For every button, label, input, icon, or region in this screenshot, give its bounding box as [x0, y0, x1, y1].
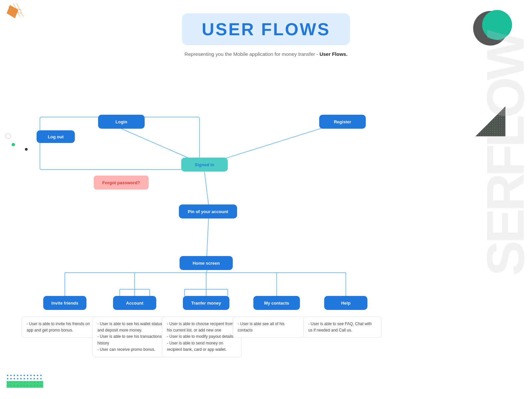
deco-diamond: [3, 3, 27, 27]
forgot-password-node: Forgot password?: [94, 176, 149, 190]
account-info-box: - User is able to see his wallet status …: [92, 317, 172, 357]
register-node: Register: [319, 115, 366, 129]
home-node: Home screen: [180, 256, 233, 270]
svg-line-18: [207, 218, 208, 256]
my-contacts-node: My contacts: [253, 296, 300, 310]
flow-diagram: Login Register Log out Signed in Forgot …: [0, 53, 532, 399]
logout-node: Log out: [37, 130, 75, 143]
connectors-svg: [0, 53, 532, 399]
help-info-box: - User is able to see FAQ, Chat with us …: [303, 317, 381, 338]
help-node: Help: [324, 296, 367, 310]
header: USER FLOWS Representing you the Mobile a…: [0, 0, 532, 57]
contacts-info-box: - User is able see all of his contacts: [233, 317, 304, 338]
login-node: Login: [98, 115, 145, 129]
title-box: USER FLOWS: [182, 13, 350, 45]
pin-node: Pin of your account: [179, 204, 237, 218]
invite-info-box: - User is able to invite his friends on …: [22, 317, 98, 338]
invite-friends-node: Invite friends: [43, 296, 86, 310]
signed-in-node: Signed in: [181, 158, 228, 172]
transfer-info-box: - User is able to choose recipent from h…: [162, 317, 242, 357]
svg-line-17: [204, 172, 208, 204]
page-title: USER FLOWS: [202, 20, 331, 39]
account-node: Account: [113, 296, 156, 310]
transfer-money-node: Tranfer money: [183, 296, 229, 310]
